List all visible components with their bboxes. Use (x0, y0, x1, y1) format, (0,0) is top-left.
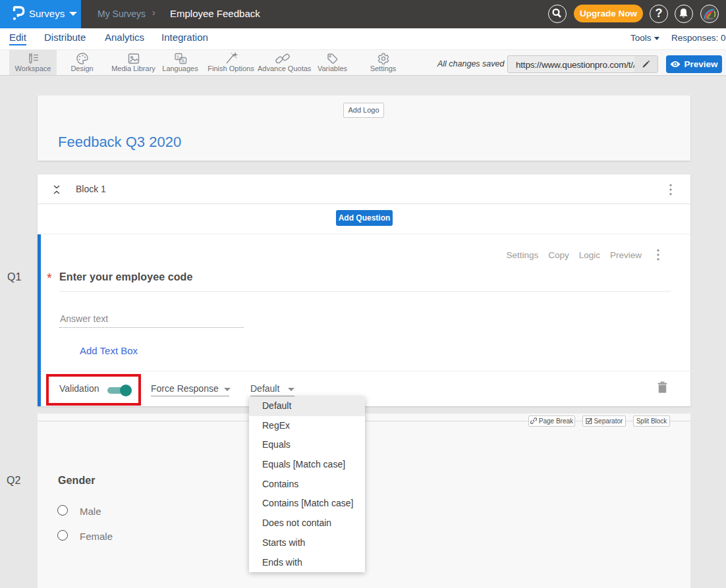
svg-text:A: A (181, 59, 184, 63)
svg-text:x̄: x̄ (177, 55, 179, 59)
